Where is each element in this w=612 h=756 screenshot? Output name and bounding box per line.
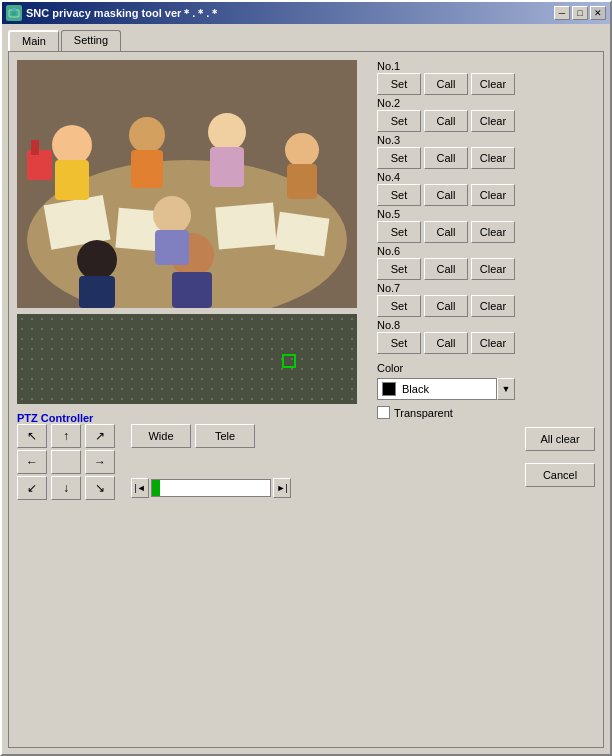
svg-rect-10 (55, 160, 89, 200)
clear-button-2[interactable]: Clear (471, 110, 515, 132)
mask-buttons-7: Set Call Clear (377, 295, 595, 317)
zoom-slider-track: |◄ ►| (131, 478, 291, 498)
camera-image (17, 60, 357, 308)
title-buttons: ─ □ ✕ (554, 6, 606, 20)
svg-point-1 (12, 12, 16, 16)
set-button-4[interactable]: Set (377, 184, 421, 206)
svg-point-21 (153, 196, 191, 234)
svg-point-13 (208, 113, 246, 151)
all-clear-button[interactable]: All clear (525, 427, 595, 451)
clear-button-8[interactable]: Clear (471, 332, 515, 354)
call-button-5[interactable]: Call (424, 221, 468, 243)
tab-bar: Main Setting (8, 30, 604, 51)
mask-label-4: No.4 (377, 171, 595, 183)
ptz-down-right-button[interactable]: ↘ (85, 476, 115, 500)
clear-button-5[interactable]: Clear (471, 221, 515, 243)
call-button-4[interactable]: Call (424, 184, 468, 206)
minimap-cursor (282, 354, 296, 368)
call-button-2[interactable]: Call (424, 110, 468, 132)
color-label: Color (377, 362, 595, 374)
mask-buttons-5: Set Call Clear (377, 221, 595, 243)
set-button-8[interactable]: Set (377, 332, 421, 354)
clear-button-7[interactable]: Clear (471, 295, 515, 317)
transparent-checkbox[interactable] (377, 406, 390, 419)
bottom-section: All clear Cancel (377, 419, 595, 487)
mask-label-6: No.6 (377, 245, 595, 257)
svg-rect-24 (31, 140, 39, 155)
transparent-row: Transparent (377, 406, 595, 419)
tab-content-main: PTZ Controller ↖ ↑ ↗ Wide Tele ← (8, 51, 604, 748)
slider-left-button[interactable]: |◄ (131, 478, 149, 498)
set-button-5[interactable]: Set (377, 221, 421, 243)
set-button-7[interactable]: Set (377, 295, 421, 317)
clear-button-3[interactable]: Clear (471, 147, 515, 169)
ptz-left-button[interactable]: ← (17, 450, 47, 474)
window-content: Main Setting (2, 24, 610, 754)
wide-button[interactable]: Wide (131, 424, 191, 448)
clear-button-6[interactable]: Clear (471, 258, 515, 280)
svg-rect-22 (155, 230, 189, 265)
color-dropdown: Black ▼ (377, 378, 595, 400)
clear-button-4[interactable]: Clear (471, 184, 515, 206)
mask-label-1: No.1 (377, 60, 595, 72)
ptz-row-1: ↖ ↑ ↗ Wide Tele (17, 424, 367, 448)
camera-view (17, 60, 357, 308)
svg-rect-2 (12, 8, 16, 11)
minimize-button[interactable]: ─ (554, 6, 570, 20)
minimap-dots (17, 314, 357, 404)
svg-rect-12 (131, 150, 163, 188)
tab-main[interactable]: Main (8, 30, 59, 51)
title-bar-left: SNC privacy masking tool ver＊.＊.＊ (6, 5, 220, 21)
restore-button[interactable]: □ (572, 6, 588, 20)
ptz-row-2: ← → (17, 450, 367, 474)
svg-rect-16 (287, 164, 317, 199)
mask-label-7: No.7 (377, 282, 595, 294)
call-button-1[interactable]: Call (424, 73, 468, 95)
svg-point-19 (77, 240, 117, 280)
ptz-up-right-button[interactable]: ↗ (85, 424, 115, 448)
color-select[interactable]: Black (377, 378, 497, 400)
svg-rect-7 (215, 203, 276, 250)
call-button-6[interactable]: Call (424, 258, 468, 280)
svg-rect-23 (27, 150, 52, 180)
ptz-down-button[interactable]: ↓ (51, 476, 81, 500)
slider-bar[interactable] (151, 479, 271, 497)
mask-label-3: No.3 (377, 134, 595, 146)
svg-rect-14 (210, 147, 244, 187)
ptz-right-button[interactable]: → (85, 450, 115, 474)
tab-setting[interactable]: Setting (61, 30, 121, 51)
mask-row-6: No.6 Set Call Clear (377, 245, 595, 280)
color-dropdown-arrow[interactable]: ▼ (497, 378, 515, 400)
set-button-6[interactable]: Set (377, 258, 421, 280)
set-button-1[interactable]: Set (377, 73, 421, 95)
slider-right-button[interactable]: ►| (273, 478, 291, 498)
cancel-button[interactable]: Cancel (525, 463, 595, 487)
call-button-8[interactable]: Call (424, 332, 468, 354)
mask-row-8: No.8 Set Call Clear (377, 319, 595, 354)
minimap (17, 314, 357, 404)
left-panel: PTZ Controller ↖ ↑ ↗ Wide Tele ← (17, 60, 367, 739)
transparent-label: Transparent (394, 407, 453, 419)
ptz-row-3: ↙ ↓ ↘ |◄ ►| (17, 476, 367, 500)
set-button-2[interactable]: Set (377, 110, 421, 132)
clear-button-1[interactable]: Clear (471, 73, 515, 95)
ptz-up-left-button[interactable]: ↖ (17, 424, 47, 448)
ptz-section: PTZ Controller ↖ ↑ ↗ Wide Tele ← (17, 410, 367, 500)
svg-point-15 (285, 133, 319, 167)
window-title: SNC privacy masking tool ver＊.＊.＊ (26, 6, 220, 21)
mask-row-7: No.7 Set Call Clear (377, 282, 595, 317)
set-button-3[interactable]: Set (377, 147, 421, 169)
call-button-7[interactable]: Call (424, 295, 468, 317)
tele-button[interactable]: Tele (195, 424, 255, 448)
call-button-3[interactable]: Call (424, 147, 468, 169)
mask-buttons-1: Set Call Clear (377, 73, 595, 95)
ptz-up-button[interactable]: ↑ (51, 424, 81, 448)
svg-rect-20 (79, 276, 115, 308)
mask-buttons-8: Set Call Clear (377, 332, 595, 354)
mask-row-4: No.4 Set Call Clear (377, 171, 595, 206)
mask-buttons-2: Set Call Clear (377, 110, 595, 132)
mask-row-3: No.3 Set Call Clear (377, 134, 595, 169)
ptz-label: PTZ Controller (17, 412, 367, 424)
close-button[interactable]: ✕ (590, 6, 606, 20)
ptz-down-left-button[interactable]: ↙ (17, 476, 47, 500)
